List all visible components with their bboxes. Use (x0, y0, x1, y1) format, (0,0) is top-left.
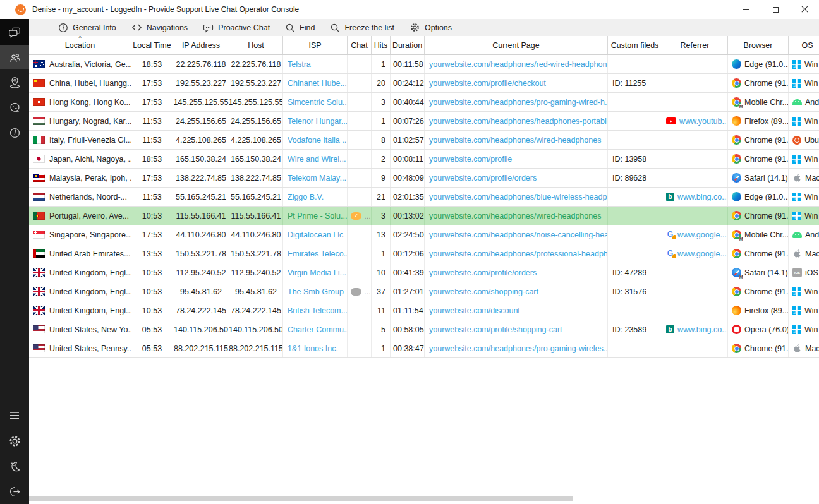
cell-custom_fields (608, 207, 662, 225)
isp-link[interactable]: Chinanet Hube... (288, 79, 347, 88)
minimize-button[interactable] (732, 0, 761, 19)
column-header-referrer[interactable]: Referrer (662, 36, 728, 54)
local-time-text: 10:53 (142, 287, 162, 296)
current-page-link[interactable]: yourwebsite.com/headphones/blue-wireless… (429, 193, 608, 201)
column-header-chat[interactable]: Chat (348, 36, 372, 54)
cell-chat (348, 188, 372, 206)
isp-link[interactable]: Emirates Teleco... (288, 249, 348, 258)
current-page-link[interactable]: yourwebsite.com/headphones/wired-headpho… (429, 136, 601, 145)
maximize-button[interactable] (761, 0, 790, 19)
scrollbar-thumb[interactable] (29, 496, 573, 501)
table-row[interactable]: Italy, Friuli-Venezia Gi...11:534.225.10… (29, 131, 819, 150)
current-page-link[interactable]: yourwebsite.com/profile/shopping-cart (429, 325, 562, 334)
sidebar-dark-mode-button[interactable] (0, 453, 29, 479)
sidebar-item-geo-map[interactable] (0, 69, 29, 95)
current-page-link[interactable]: yourwebsite.com/profile/orders (429, 268, 537, 277)
table-row[interactable]: Hungary, Nograd, Kar...11:5324.255.156.6… (29, 112, 819, 131)
column-header-ip[interactable]: IP Address (173, 36, 229, 54)
isp-link[interactable]: Telekom Malay... (288, 174, 346, 183)
sidebar-item-visitors[interactable] (0, 45, 29, 69)
current-page-link[interactable]: yourwebsite.com/headphones/professional-… (429, 249, 608, 258)
referrer-link[interactable]: www.google... (677, 249, 727, 258)
title-bar: Denise - my_account - LoggedIn - Provide… (0, 0, 819, 19)
table-row[interactable]: Japan, Aichi, Nagoya, ...18:53165.150.38… (29, 150, 819, 169)
sidebar-logout-button[interactable] (0, 479, 29, 504)
column-header-custom_fields[interactable]: Custom fileds (608, 36, 662, 54)
column-header-duration[interactable]: Duration (391, 36, 425, 54)
column-header-hits[interactable]: Hits (372, 36, 391, 54)
isp-link[interactable]: Telenor Hungar... (288, 117, 348, 126)
table-row[interactable]: Hong Kong, Hong Ko...17:53145.255.125.55… (29, 93, 819, 112)
current-page-link[interactable]: yourwebsite.com/shopping-cart (429, 287, 538, 296)
chrome-icon (732, 135, 741, 145)
table-row[interactable]: United States, Pennsy...05:5388.202.215.… (29, 339, 819, 358)
sidebar-item-operators[interactable] (0, 95, 29, 120)
options-button[interactable]: Options (402, 19, 459, 36)
location-text: Australia, Victoria, Ge... (49, 60, 131, 69)
table-row[interactable]: Malaysia, Perak, Ipoh, ...17:53138.222.7… (29, 169, 819, 188)
current-page-link[interactable]: yourwebsite.com/profile/orders (429, 174, 537, 183)
find-button[interactable]: Find (277, 19, 322, 36)
uae-flag-icon (33, 249, 45, 258)
isp-link[interactable]: Charter Commu... (288, 325, 348, 334)
isp-link[interactable]: Ziggo B.V. (288, 193, 324, 201)
isp-link[interactable]: 1&1 Ionos Inc. (288, 344, 338, 353)
current-page-link[interactable]: yourwebsite.com/headphones/noise-cancell… (429, 231, 608, 239)
cell-os: Win (789, 207, 819, 225)
general-info-button[interactable]: General Info (51, 19, 124, 36)
freeze-the-list-button[interactable]: Freeze the list (322, 19, 402, 36)
table-row[interactable]: Singapore, Singapore...17:5344.110.246.8… (29, 225, 819, 244)
table-row[interactable]: Australia, Victoria, Ge...18:5322.225.76… (29, 55, 819, 74)
sidebar-settings-button[interactable] (0, 428, 29, 453)
sidebar-item-info[interactable] (0, 120, 29, 145)
referrer-link[interactable]: www.bing.co... (677, 325, 728, 334)
current-page-link[interactable]: yourwebsite.com/headphones/red-wired-hea… (429, 60, 608, 69)
current-page-link[interactable]: yourwebsite.com/headphones/pro-gaming-wi… (429, 98, 608, 107)
isp-link[interactable]: British Telecom... (288, 306, 348, 315)
table-row[interactable]: United Kingdom, Engl...10:5378.24.222.14… (29, 301, 819, 320)
current-page-link[interactable]: yourwebsite.com/profile/checkout (429, 79, 546, 88)
column-header-os[interactable]: OS (789, 36, 819, 54)
table-row[interactable]: Netherlands, Noord-...11:5355.165.245.21… (29, 188, 819, 207)
referrer-link[interactable]: www.google... (677, 231, 727, 239)
current-page-link[interactable]: yourwebsite.com/headphones/wired-headpho… (429, 212, 601, 220)
table-row[interactable]: United States, New Yo...05:53140.115.206… (29, 320, 819, 339)
column-header-isp[interactable]: ISP (283, 36, 348, 54)
column-header-label: Host (248, 41, 264, 50)
cell-custom_fields (608, 301, 662, 320)
table-row[interactable]: United Arab Emirates...13:53150.53.221.7… (29, 244, 819, 263)
current-page-link[interactable]: yourwebsite.com/discount (429, 306, 520, 315)
navigations-button[interactable]: Navigations (124, 19, 195, 36)
column-header-location[interactable]: ^Location (29, 36, 131, 54)
column-header-current_page[interactable]: Current Page (425, 36, 608, 54)
proactive-chat-button[interactable]: Proactive Chat (195, 19, 277, 36)
sidebar-menu-button[interactable] (0, 403, 29, 428)
close-button[interactable] (790, 0, 819, 19)
current-page-link[interactable]: yourwebsite.com/headphones/pro-gaming-wi… (429, 344, 608, 353)
cell-custom_fields (608, 188, 662, 206)
column-header-host[interactable]: Host (229, 36, 283, 54)
cell-browser: Chrome (91... (728, 339, 789, 357)
isp-link[interactable]: Wire and Wirel... (288, 155, 346, 164)
isp-link[interactable]: Vodafone Italia ... (288, 136, 348, 145)
sidebar-item-chats[interactable] (0, 19, 29, 45)
browser-text: Safari (14.1) (744, 174, 788, 183)
isp-link[interactable]: The Smb Group (288, 287, 344, 296)
isp-link[interactable]: Digitalocean Llc (288, 231, 343, 239)
visitors-icon (8, 51, 21, 64)
chrome-icon (732, 249, 741, 258)
isp-link[interactable]: Simcentric Solu... (288, 98, 348, 107)
column-header-browser[interactable]: Browser (728, 36, 789, 54)
referrer-link[interactable]: www.bing.co... (677, 193, 728, 201)
isp-link[interactable]: Telstra (288, 60, 311, 69)
current-page-link[interactable]: yourwebsite.com/profile (429, 155, 512, 164)
current-page-link[interactable]: yourwebsite.com/headphones/headphones-po… (429, 117, 608, 126)
column-header-local_time[interactable]: Local Time (131, 36, 173, 54)
table-row[interactable]: United Kingdom, Engl...10:5395.45.81.629… (29, 282, 819, 301)
table-row[interactable]: China, Hubei, Huangg...17:53192.55.23.22… (29, 74, 819, 93)
table-row[interactable]: Portugal, Aveiro, Ave...10:53115.55.166.… (29, 207, 819, 225)
referrer-link[interactable]: www.youtub... (679, 117, 728, 126)
isp-link[interactable]: Virgin Media Li... (288, 268, 346, 277)
isp-link[interactable]: Pt Prime - Solu... (288, 212, 347, 220)
table-row[interactable]: United Kingdom, Engl...10:53112.95.240.5… (29, 263, 819, 282)
